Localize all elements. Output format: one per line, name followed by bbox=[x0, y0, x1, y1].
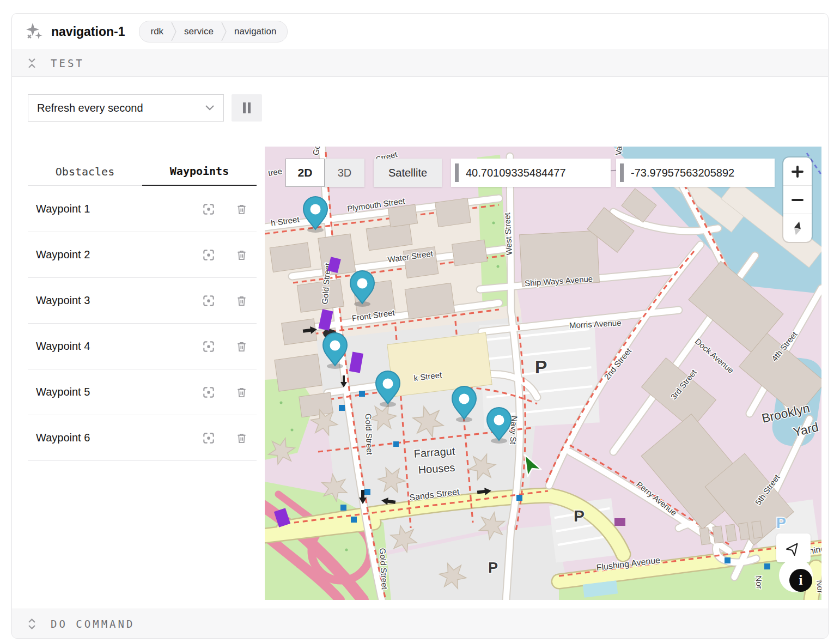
trash-icon bbox=[235, 432, 248, 445]
longitude-input[interactable] bbox=[630, 166, 775, 180]
supermarket-icon bbox=[614, 518, 625, 526]
focus-icon bbox=[202, 294, 216, 308]
waypoint-row: Waypoint 3 bbox=[28, 278, 257, 324]
waypoint-name: Waypoint 1 bbox=[36, 203, 199, 215]
longitude-input-wrap bbox=[616, 159, 775, 187]
focus-waypoint-button[interactable] bbox=[199, 428, 218, 448]
pause-button[interactable] bbox=[232, 94, 262, 122]
waypoint-row: Waypoint 5 bbox=[28, 369, 257, 415]
do-command-section-header[interactable]: DO COMMAND bbox=[12, 609, 828, 638]
street-label: Gold Street bbox=[364, 414, 375, 456]
page-title: navigation-1 bbox=[51, 25, 125, 39]
street-label: Nor bbox=[815, 580, 821, 594]
trash-icon bbox=[235, 340, 248, 353]
refresh-select[interactable]: Refresh every second bbox=[28, 94, 224, 122]
delete-waypoint-button[interactable] bbox=[232, 428, 251, 448]
navigation-service-card: navigation-1 rdk service navigation TEST… bbox=[11, 13, 829, 639]
map-view-2d-button[interactable]: 2D bbox=[285, 159, 325, 187]
street-label: Va bbox=[613, 147, 623, 156]
breadcrumb-separator-icon bbox=[221, 22, 227, 41]
minus-icon bbox=[792, 194, 804, 206]
do-command-label: DO COMMAND bbox=[51, 618, 135, 630]
focus-waypoint-button[interactable] bbox=[199, 337, 218, 356]
geolocate-arrow-icon bbox=[786, 541, 801, 556]
delete-waypoint-button[interactable] bbox=[232, 291, 251, 311]
map-attribution: i bbox=[779, 559, 813, 592]
plus-icon bbox=[792, 166, 804, 178]
waypoint-name: Waypoint 3 bbox=[36, 294, 199, 307]
map-satellite-button[interactable]: Satellite bbox=[374, 159, 442, 187]
trash-icon bbox=[235, 248, 248, 262]
delete-waypoint-button[interactable] bbox=[232, 383, 251, 402]
latitude-input[interactable] bbox=[465, 166, 611, 180]
zoom-out-button[interactable] bbox=[783, 185, 812, 214]
pause-icon bbox=[242, 102, 252, 114]
map-canvas[interactable]: Plymouth Street h Street Water Street Fr… bbox=[265, 147, 821, 600]
waypoint-row: Waypoint 4 bbox=[28, 324, 257, 369]
longitude-drag-handle[interactable] bbox=[620, 163, 624, 182]
info-icon[interactable]: i bbox=[789, 569, 812, 592]
tab-obstacles[interactable]: Obstacles bbox=[28, 157, 142, 186]
parking-icon: P bbox=[535, 356, 547, 377]
parking-icon: P bbox=[776, 515, 786, 531]
parking-icon: P bbox=[574, 507, 585, 525]
service-sparkle-icon bbox=[25, 22, 44, 41]
focus-icon bbox=[202, 385, 216, 399]
breadcrumb: rdk service navigation bbox=[139, 21, 288, 43]
focus-icon bbox=[202, 202, 216, 216]
focus-waypoint-button[interactable] bbox=[199, 383, 218, 402]
street-label: Nor bbox=[754, 575, 764, 590]
focus-waypoint-button[interactable] bbox=[199, 245, 218, 265]
compass-reset-button[interactable] bbox=[783, 214, 812, 242]
map-zoom-control bbox=[783, 157, 812, 242]
breadcrumb-separator-icon bbox=[171, 22, 176, 41]
zoom-in-button[interactable] bbox=[783, 157, 812, 185]
street-label: Go bbox=[311, 147, 321, 156]
waypoint-list: Waypoint 1 Waypoint 2 Waypoint 3 Waypoin… bbox=[28, 186, 257, 461]
tab-waypoints[interactable]: Waypoints bbox=[142, 157, 257, 186]
focus-waypoint-button[interactable] bbox=[199, 291, 218, 311]
map-view-3d-button[interactable]: 3D bbox=[325, 159, 364, 187]
chevron-down-icon bbox=[205, 105, 215, 111]
waypoint-name: Waypoint 4 bbox=[36, 340, 199, 353]
map-tiles: Plymouth Street h Street Water Street Fr… bbox=[265, 147, 821, 600]
delete-waypoint-button[interactable] bbox=[232, 199, 251, 219]
waypoint-row: Waypoint 1 bbox=[28, 186, 257, 232]
parking-icon: P bbox=[488, 560, 498, 576]
test-section-label: TEST bbox=[51, 57, 84, 69]
waypoint-row: Waypoint 6 bbox=[28, 415, 257, 461]
trash-icon bbox=[235, 386, 248, 399]
refresh-select-value: Refresh every second bbox=[37, 102, 143, 114]
focus-icon bbox=[202, 431, 216, 445]
trash-icon bbox=[235, 294, 248, 307]
compass-icon bbox=[790, 220, 805, 236]
waypoint-name: Waypoint 2 bbox=[36, 248, 199, 261]
focus-waypoint-button[interactable] bbox=[199, 199, 218, 219]
breadcrumb-item: service bbox=[184, 26, 214, 37]
latitude-drag-handle[interactable] bbox=[455, 163, 459, 182]
expand-icon bbox=[27, 617, 36, 630]
latitude-input-wrap bbox=[451, 159, 611, 187]
geolocate-button[interactable] bbox=[776, 533, 811, 562]
waypoint-name: Waypoint 5 bbox=[36, 386, 199, 398]
waypoint-name: Waypoint 6 bbox=[36, 432, 199, 444]
test-section-header[interactable]: TEST bbox=[12, 50, 828, 77]
trash-icon bbox=[235, 203, 248, 216]
waypoint-row: Waypoint 2 bbox=[28, 232, 257, 278]
delete-waypoint-button[interactable] bbox=[232, 337, 251, 356]
focus-icon bbox=[202, 248, 216, 262]
waypoint-obstacle-tabs: Obstacles Waypoints bbox=[28, 157, 257, 186]
card-header: navigation-1 rdk service navigation bbox=[12, 14, 828, 50]
breadcrumb-item: navigation bbox=[234, 26, 277, 37]
collapse-icon bbox=[27, 57, 36, 70]
delete-waypoint-button[interactable] bbox=[232, 245, 251, 265]
focus-icon bbox=[202, 339, 216, 354]
breadcrumb-item: rdk bbox=[150, 26, 163, 37]
